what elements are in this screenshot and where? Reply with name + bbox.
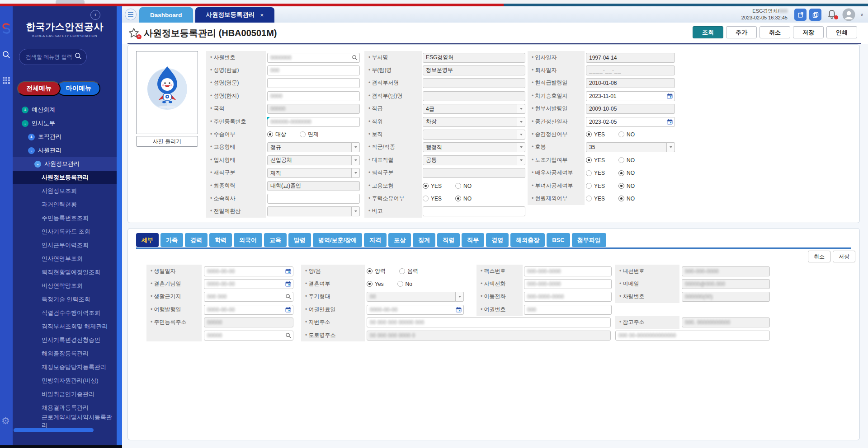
chevron-down-icon[interactable] — [351, 206, 360, 216]
sidebar-item[interactable]: 특정기술 인력조회 — [13, 293, 117, 306]
text-input[interactable] — [267, 78, 360, 88]
close-icon[interactable]: × — [260, 12, 264, 19]
sidebar-horizontal-scrollbar[interactable] — [14, 428, 94, 432]
radio-unselected-icon[interactable] — [618, 157, 624, 163]
sidebar-item[interactable]: 사원정보등록관리 — [13, 171, 117, 184]
search-input[interactable]: 000 000 — [204, 292, 293, 302]
expand-plus-icon[interactable]: + — [22, 107, 28, 113]
select-input[interactable]: 행정직 — [423, 142, 525, 152]
date-input[interactable]: 0000-00-00 — [204, 305, 293, 315]
chevron-down-icon[interactable] — [517, 130, 525, 140]
tab-active[interactable]: 사원정보등록관리× — [195, 7, 275, 23]
sidebar-item[interactable]: 인사연명부조회 — [13, 252, 117, 266]
radio-option[interactable]: 면제 — [300, 131, 319, 138]
radio-option[interactable]: YES — [586, 183, 605, 189]
text-input[interactable]: 000000-0000000 — [267, 117, 360, 127]
radio-option[interactable]: NO — [455, 196, 472, 202]
text-input[interactable] — [423, 206, 525, 216]
expand-plus-icon[interactable]: + — [28, 134, 35, 140]
radio-option[interactable]: NO — [618, 170, 635, 176]
radio-option[interactable]: NO — [618, 157, 635, 163]
collapse-minus-icon[interactable]: - — [34, 161, 41, 168]
sidebar-item[interactable]: 인사기록변경신청승인 — [13, 333, 117, 347]
collapse-minus-icon[interactable]: - — [28, 147, 35, 154]
radio-unselected-icon[interactable] — [586, 183, 592, 189]
radio-option[interactable]: YES — [423, 183, 442, 189]
calendar-icon[interactable] — [285, 268, 291, 275]
sidebar-item[interactable]: 과거인력현황 — [13, 198, 117, 211]
calendar-icon[interactable] — [285, 307, 291, 314]
radio-option[interactable]: YES — [586, 157, 605, 163]
chevron-down-icon[interactable] — [455, 292, 464, 302]
select-input[interactable] — [423, 130, 525, 140]
calendar-icon[interactable] — [667, 119, 673, 126]
action-button[interactable]: 취소 — [760, 26, 790, 38]
text-input[interactable]: 000 00-0000000000000 — [615, 331, 770, 341]
radio-unselected-icon[interactable] — [300, 131, 306, 137]
radio-selected-icon[interactable] — [618, 183, 624, 189]
radio-unselected-icon[interactable] — [586, 196, 592, 201]
select-input[interactable]: 차장 — [423, 117, 525, 127]
radio-option[interactable]: Yes — [367, 281, 384, 287]
chevron-down-icon[interactable] — [666, 142, 675, 152]
text-input[interactable]: 000-000-0000 — [524, 266, 612, 276]
select-input[interactable]: 정규 — [267, 142, 360, 152]
radio-option[interactable]: NO — [455, 183, 472, 189]
sidebar-vertical-scrollbar[interactable] — [117, 6, 122, 445]
radio-unselected-icon[interactable] — [399, 268, 405, 274]
date-input[interactable]: 2023-11-01 — [586, 91, 675, 101]
radio-option[interactable]: YES — [586, 131, 605, 138]
my-menu-button[interactable]: 마이메뉴 — [57, 81, 100, 96]
search-icon[interactable] — [2, 51, 11, 61]
chevron-down-icon[interactable] — [351, 155, 360, 165]
radio-option[interactable]: YES — [586, 170, 605, 176]
calendar-icon[interactable] — [285, 281, 291, 288]
radio-unselected-icon[interactable] — [618, 131, 624, 137]
select-input[interactable]: 공통 — [423, 155, 525, 165]
search-icon[interactable] — [285, 332, 291, 340]
chevron-down-icon[interactable] — [517, 155, 525, 165]
sidebar-item[interactable]: +예산회계 — [13, 103, 117, 117]
radio-selected-icon[interactable] — [586, 131, 592, 137]
sidebar-collapse-button[interactable]: ‹ — [90, 10, 100, 20]
favorite-star-icon[interactable]: + — [128, 28, 140, 38]
radio-option[interactable]: 음력 — [399, 267, 418, 275]
apps-grid-icon[interactable] — [2, 77, 11, 86]
radio-selected-icon[interactable] — [455, 196, 461, 201]
radio-option[interactable]: 양력 — [367, 267, 386, 275]
chevron-down-icon[interactable]: ∨ — [860, 12, 863, 17]
select-input[interactable]: 00 — [367, 292, 464, 302]
search-icon[interactable] — [352, 55, 358, 62]
sidebar-item[interactable]: +조직관리 — [13, 130, 117, 144]
radio-selected-icon[interactable] — [423, 183, 429, 189]
radio-unselected-icon[interactable] — [397, 281, 403, 287]
sidebar-item[interactable]: 퇴직현황및예정일조회 — [13, 266, 117, 279]
date-input[interactable]: 0000-00-00 — [367, 305, 464, 315]
date-input[interactable]: 2023-02-05 — [586, 117, 675, 127]
all-menu-button[interactable]: 전체메뉴 — [17, 81, 61, 96]
sidebar-item[interactable]: 재정보증담당자등록관리 — [13, 360, 117, 374]
select-input[interactable]: 4급 — [423, 104, 525, 114]
chevron-down-icon[interactable] — [517, 117, 525, 127]
chevron-down-icon[interactable] — [517, 142, 525, 152]
tab-inactive[interactable]: Dashboard — [139, 7, 193, 23]
radio-unselected-icon[interactable] — [423, 196, 429, 201]
sidebar-item[interactable]: 겸직부서조회및 해제관리 — [13, 320, 117, 333]
sidebar-item[interactable]: 채용결과등록관리 — [13, 401, 117, 415]
sidebar-item[interactable]: 비밀취급인가증관리 — [13, 387, 117, 401]
chevron-down-icon[interactable] — [351, 168, 360, 178]
radio-option[interactable]: No — [397, 281, 412, 287]
hamburger-menu-icon[interactable] — [125, 9, 137, 20]
collapse-minus-icon[interactable]: - — [22, 120, 28, 127]
select-input[interactable]: 35 — [586, 142, 675, 152]
sidebar-item[interactable]: 사원정보조회 — [13, 184, 117, 198]
action-button[interactable]: 저장 — [793, 26, 824, 38]
text-input[interactable]: 000 — [524, 305, 612, 315]
radio-option[interactable]: 대상 — [267, 131, 286, 138]
radio-selected-icon[interactable] — [267, 131, 273, 137]
text-input[interactable]: 000-000-0000 — [524, 279, 612, 289]
calendar-icon[interactable] — [456, 307, 462, 314]
sidebar-item[interactable]: 직렬검수수행이력조회 — [13, 306, 117, 320]
radio-unselected-icon[interactable] — [586, 170, 592, 176]
search-input[interactable]: 00000 — [204, 331, 293, 341]
